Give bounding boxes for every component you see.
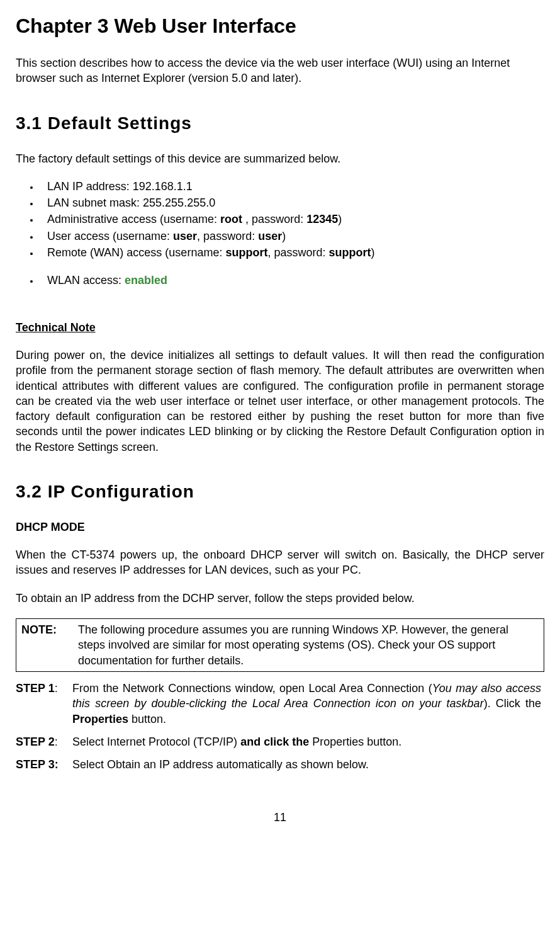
dhcp-para-1: When the CT-5374 powers up, the onboard … — [16, 547, 544, 578]
note-text: The following procedure assumes you are … — [78, 622, 535, 668]
section-3-1-intro: The factory default settings of this dev… — [16, 151, 544, 166]
technical-note-heading: Technical Note — [16, 320, 544, 335]
list-item: LAN subnet mask: 255.255.255.0 — [40, 195, 544, 210]
list-item: Administrative access (username: root , … — [40, 212, 544, 227]
note-box: NOTE: The following procedure assumes yo… — [16, 618, 544, 672]
step-content: Select Obtain an IP address automaticall… — [72, 757, 541, 772]
default-settings-list: LAN IP address: 192.168.1.1 LAN subnet m… — [16, 179, 544, 260]
page-number: 11 — [16, 810, 544, 825]
list-item: WLAN access: enabled — [40, 273, 544, 288]
step-3: STEP 3: Select Obtain an IP address auto… — [16, 757, 544, 772]
note-label: NOTE: — [21, 622, 75, 637]
chapter-title: Chapter 3 Web User Interface — [16, 13, 544, 40]
section-3-1-heading: 3.1 Default Settings — [16, 111, 544, 135]
step-content: Select Internet Protocol (TCP/IP) and cl… — [72, 734, 541, 749]
step-label: STEP 2: — [16, 734, 69, 749]
step-label: STEP 3: — [16, 757, 69, 772]
list-item: User access (username: user, password: u… — [40, 229, 544, 244]
list-item: LAN IP address: 192.168.1.1 — [40, 179, 544, 194]
list-item: Remote (WAN) access (username: support, … — [40, 245, 544, 260]
wlan-status: enabled — [125, 274, 167, 287]
dhcp-mode-subheading: DHCP MODE — [16, 520, 544, 535]
section-3-2-heading: 3.2 IP Configuration — [16, 480, 544, 504]
dhcp-para-2: To obtain an IP address from the DCHP se… — [16, 591, 544, 606]
step-1: STEP 1: From the Network Connections win… — [16, 681, 544, 727]
intro-paragraph: This section describes how to access the… — [16, 55, 544, 86]
step-2: STEP 2: Select Internet Protocol (TCP/IP… — [16, 734, 544, 749]
wlan-list: WLAN access: enabled — [16, 273, 544, 288]
step-label: STEP 1: — [16, 681, 69, 696]
step-content: From the Network Connections window, ope… — [72, 681, 541, 727]
technical-note-body: During power on, the device initializes … — [16, 348, 544, 455]
